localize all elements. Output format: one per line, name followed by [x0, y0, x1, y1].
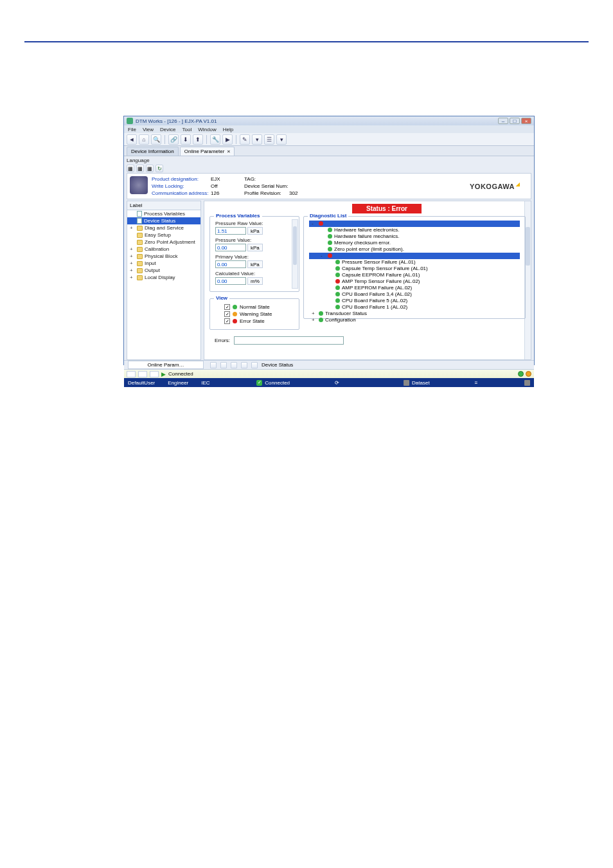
menu-file[interactable]: File — [128, 127, 136, 132]
play-icon[interactable]: ▶ — [161, 371, 166, 377]
diagnostic-item[interactable]: - — [309, 253, 520, 259]
doc1-icon[interactable]: ▦ — [127, 165, 134, 172]
checkbox[interactable]: ✓ — [224, 318, 230, 324]
pv-scrollbar[interactable] — [292, 219, 298, 289]
connect-icon[interactable]: 🔗 — [168, 134, 179, 145]
expander-icon[interactable]: + — [312, 317, 317, 323]
write-locking-link[interactable]: Write Locking: — [152, 183, 211, 189]
conn-seg-3[interactable] — [150, 371, 159, 377]
expander-icon[interactable]: + — [130, 267, 135, 273]
close-tab-icon[interactable]: × — [227, 149, 230, 154]
comm-address-link[interactable]: Communication address: — [152, 190, 211, 196]
menu-device[interactable]: Device — [160, 127, 175, 132]
menu-view[interactable]: View — [143, 127, 154, 132]
tool-icon[interactable]: ▶ — [222, 134, 233, 145]
close-button[interactable]: × — [521, 118, 531, 124]
diagnostic-item[interactable]: AMP Temp Sensor Failure (AL.02) — [309, 278, 520, 285]
status-iec: IEC — [201, 380, 209, 386]
bc-icon-3[interactable] — [231, 362, 237, 368]
list-icon[interactable]: ☰ — [264, 134, 274, 145]
minimize-button[interactable]: – — [498, 118, 508, 124]
pv-value-input[interactable] — [215, 244, 246, 251]
menu-help[interactable]: Help — [223, 127, 233, 132]
diagnostic-item[interactable]: Memory checksum error. — [309, 240, 520, 246]
expander-icon[interactable]: + — [312, 311, 317, 316]
yokogawa-logo: YOKOGAWA — [470, 176, 528, 196]
status-dot-icon — [335, 273, 340, 277]
connection-status-text: Connected — [168, 371, 193, 377]
edit-icon[interactable]: ✎ — [240, 134, 250, 145]
profile-link[interactable]: Profile Revision: — [244, 190, 289, 196]
pv-value-input[interactable] — [215, 277, 246, 285]
expander-icon[interactable]: - — [321, 253, 326, 258]
back-icon[interactable]: ◄ — [127, 134, 137, 145]
bottom-tab-online-param[interactable]: Online Param… — [128, 361, 204, 369]
tree-item[interactable]: Process Variables — [127, 210, 200, 217]
expander-icon[interactable]: + — [130, 275, 135, 280]
bc-icon-5[interactable] — [251, 362, 258, 368]
tab-online-parameter[interactable]: Online Parameter× — [180, 147, 235, 156]
diagnostic-item[interactable]: Hardware failure electronics. — [309, 227, 520, 233]
diagnostic-item[interactable]: AMP EEPROM Failure (AL.02) — [309, 285, 520, 291]
tree-item[interactable]: +Calibration — [127, 246, 200, 253]
tree-item[interactable]: +Physical Block — [127, 253, 200, 260]
tree-item[interactable]: +Output — [127, 267, 200, 274]
status-dot-icon — [328, 240, 332, 245]
diagnostic-item[interactable]: Capsule Temp Sensor Failure (AL.01) — [309, 266, 520, 272]
diagnostic-item[interactable]: - — [309, 221, 520, 227]
diagnostic-item[interactable]: CPU Board Failure 1 (AL.02) — [309, 304, 520, 311]
tag-link[interactable]: TAG: — [244, 176, 289, 182]
diagnostic-item[interactable]: Capsule EEPROM Failure (AL.01) — [309, 272, 520, 278]
pv-value-input[interactable] — [215, 227, 246, 235]
diagnostic-item[interactable]: Hardware failure mechanics. — [309, 233, 520, 240]
menu-tool[interactable]: Tool — [182, 127, 192, 132]
home-icon[interactable]: ⌂ — [139, 134, 149, 145]
download-icon[interactable]: ⬇ — [181, 134, 191, 145]
list-dropdown-icon[interactable]: ▾ — [276, 134, 287, 145]
expander-icon[interactable]: + — [130, 260, 135, 266]
tree-item[interactable]: +Diag and Service — [127, 224, 200, 231]
product-designation-link[interactable]: Product designation: — [152, 176, 211, 182]
conn-seg-1[interactable] — [127, 371, 136, 377]
diagnostic-item[interactable]: +Transducer Status — [309, 311, 520, 317]
diagnostic-item[interactable]: Pressure Sensor Failure (AL.01) — [309, 259, 520, 266]
refresh-icon[interactable]: ↻ — [155, 165, 163, 172]
diagnostic-item[interactable]: CPU Board Failure 3,4 (AL.02) — [309, 291, 520, 298]
expander-icon[interactable]: + — [130, 253, 135, 259]
bc-icon-2[interactable] — [220, 362, 227, 368]
serial-link[interactable]: Device Serial Num: — [244, 183, 289, 189]
errors-input[interactable] — [234, 336, 344, 345]
doc2-icon[interactable]: ▦ — [136, 165, 144, 172]
doc3-icon[interactable]: ▦ — [146, 165, 154, 172]
tab-device-information[interactable]: Device Information — [127, 147, 179, 156]
tree-item[interactable]: +Local Display — [127, 274, 200, 281]
checkbox[interactable]: ✓ — [224, 304, 230, 310]
wrench-icon[interactable]: 🔧 — [210, 134, 220, 145]
checkbox[interactable]: ✓ — [224, 311, 230, 317]
tree-item[interactable]: Device Status — [127, 217, 200, 224]
diagnostic-item[interactable]: Zero point error (limit position). — [309, 246, 520, 253]
conn-seg-2[interactable] — [138, 371, 147, 377]
pv-unit-label: kPa — [247, 244, 263, 251]
diagnostic-item[interactable]: CPU Board Failure 5 (AL.02) — [309, 298, 520, 304]
pv-value-input[interactable] — [215, 260, 246, 268]
status-dot-icon — [328, 234, 332, 239]
expander-icon[interactable]: + — [130, 246, 135, 252]
tree-item[interactable]: Easy Setup — [127, 231, 200, 239]
upload-icon[interactable]: ⬆ — [193, 134, 203, 145]
pv-field: Primary Value:kPa — [215, 254, 294, 268]
find-icon[interactable]: 🔍 — [151, 134, 161, 145]
tree-item[interactable]: Zero Point Adjustment — [127, 239, 200, 246]
bc-icon-1[interactable] — [210, 362, 217, 368]
diagnostic-legend: Diagnostic List — [308, 213, 348, 219]
diagnostic-item-label: Capsule Temp Sensor Failure (AL.01) — [342, 266, 428, 271]
tree-item[interactable]: +Input — [127, 260, 200, 267]
dropdown-icon[interactable]: ▾ — [252, 134, 262, 145]
bc-icon-4[interactable] — [241, 362, 247, 368]
diagnostic-item[interactable]: +Configuration — [309, 317, 520, 323]
expander-icon[interactable]: - — [312, 221, 317, 226]
menu-window[interactable]: Window — [198, 127, 216, 132]
maximize-button[interactable]: □ — [510, 118, 520, 124]
expander-icon[interactable]: + — [130, 225, 135, 231]
status-menu-icon[interactable]: ≡ — [475, 380, 478, 386]
